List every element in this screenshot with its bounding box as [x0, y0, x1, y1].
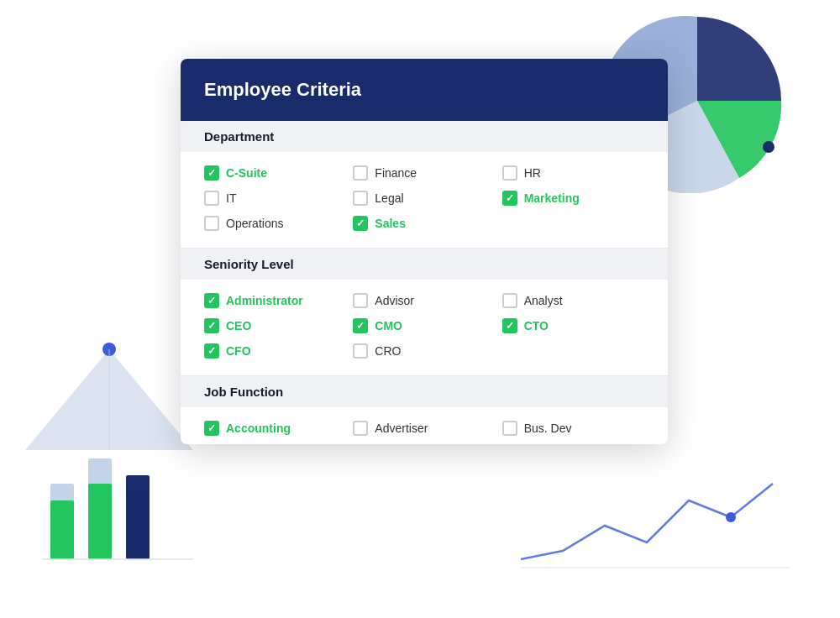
checkbox-cro[interactable]: CRO: [353, 343, 495, 359]
checkbox-csuite-label: C-Suite: [226, 166, 267, 180]
seniority-items: Administrator Advisor Analyst CEO CMO CT: [181, 280, 668, 375]
svg-rect-6: [88, 458, 112, 559]
checkbox-operations-box[interactable]: [204, 216, 219, 231]
bar-chart-decoration: [42, 425, 193, 576]
checkbox-advisor-box[interactable]: [353, 293, 368, 308]
checkbox-cmo[interactable]: CMO: [353, 318, 495, 333]
checkbox-ceo-box[interactable]: [204, 318, 219, 333]
svg-rect-5: [50, 500, 74, 559]
department-items: C-Suite Finance HR IT Legal Marketing: [181, 152, 668, 248]
checkbox-busdev[interactable]: Bus. Dev: [502, 421, 644, 436]
department-section-header: Department: [181, 121, 668, 152]
checkbox-cto[interactable]: CTO: [502, 318, 644, 333]
checkbox-advertiser-label: Advertiser: [375, 422, 428, 435]
checkbox-legal-label: Legal: [375, 191, 403, 205]
checkbox-busdev-box[interactable]: [502, 421, 517, 436]
checkbox-administrator-label: Administrator: [226, 294, 303, 307]
checkbox-it[interactable]: IT: [204, 191, 346, 206]
svg-rect-4: [50, 484, 74, 559]
checkbox-cro-box[interactable]: [353, 343, 368, 359]
svg-marker-1: [25, 349, 193, 450]
line-chart-decoration: [521, 442, 790, 593]
checkbox-legal-box[interactable]: [353, 191, 368, 206]
checkbox-csuite-box[interactable]: [204, 165, 219, 181]
svg-point-12: [726, 512, 736, 522]
checkbox-accounting[interactable]: Accounting: [204, 421, 346, 436]
checkbox-sales-box[interactable]: [353, 216, 368, 231]
employee-criteria-card: Employee Criteria Department C-Suite Fin…: [181, 59, 668, 444]
checkbox-hr-box[interactable]: [502, 165, 517, 181]
jobfunction-section: Job Function Accounting Advertiser Bus. …: [181, 376, 668, 444]
checkbox-hr[interactable]: HR: [502, 165, 644, 181]
checkbox-marketing-box[interactable]: [502, 191, 517, 206]
checkbox-marketing-label: Marketing: [524, 191, 580, 205]
checkbox-legal[interactable]: Legal: [353, 191, 495, 206]
checkbox-cfo-label: CFO: [226, 344, 251, 358]
checkbox-cfo-box[interactable]: [204, 343, 219, 359]
checkbox-cfo[interactable]: CFO: [204, 343, 346, 359]
checkbox-finance[interactable]: Finance: [353, 165, 495, 181]
checkbox-advisor[interactable]: Advisor: [353, 293, 495, 308]
checkbox-finance-box[interactable]: [353, 165, 368, 181]
checkbox-analyst-box[interactable]: [502, 293, 517, 308]
checkbox-operations[interactable]: Operations: [204, 216, 346, 231]
checkbox-cmo-label: CMO: [375, 319, 402, 333]
checkbox-administrator-box[interactable]: [204, 293, 219, 308]
checkbox-ceo-label: CEO: [226, 319, 251, 333]
checkbox-marketing[interactable]: Marketing: [502, 191, 644, 206]
checkbox-advertiser[interactable]: Advertiser: [353, 421, 495, 436]
checkbox-advisor-label: Advisor: [375, 294, 414, 307]
checkbox-operations-label: Operations: [226, 217, 283, 230]
checkbox-analyst[interactable]: Analyst: [502, 293, 644, 308]
svg-rect-7: [88, 484, 112, 559]
card-header: Employee Criteria: [181, 59, 668, 121]
checkbox-sales[interactable]: Sales: [353, 216, 495, 231]
checkbox-accounting-label: Accounting: [226, 422, 291, 435]
checkbox-finance-label: Finance: [375, 166, 417, 180]
checkbox-it-label: IT: [226, 191, 236, 205]
seniority-section-header: Seniority Level: [181, 249, 668, 280]
jobfunction-items: Accounting Advertiser Bus. Dev: [181, 407, 668, 444]
seniority-section: Seniority Level Administrator Advisor An…: [181, 249, 668, 375]
svg-point-2: [102, 343, 116, 356]
checkbox-sales-label: Sales: [375, 217, 406, 230]
checkbox-cro-label: CRO: [375, 344, 401, 358]
department-section: Department C-Suite Finance HR IT Lega: [181, 121, 668, 248]
svg-point-0: [763, 141, 774, 153]
mountain-decoration: [17, 333, 202, 568]
svg-rect-8: [126, 475, 150, 559]
svg-rect-9: [126, 492, 150, 559]
checkbox-accounting-box[interactable]: [204, 421, 219, 436]
jobfunction-section-header: Job Function: [181, 376, 668, 407]
checkbox-advertiser-box[interactable]: [353, 421, 368, 436]
checkbox-administrator[interactable]: Administrator: [204, 293, 346, 308]
checkbox-it-box[interactable]: [204, 191, 219, 206]
checkbox-cto-box[interactable]: [502, 318, 517, 333]
checkbox-ceo[interactable]: CEO: [204, 318, 346, 333]
checkbox-cmo-box[interactable]: [353, 318, 368, 333]
checkbox-csuite[interactable]: C-Suite: [204, 165, 346, 181]
checkbox-busdev-label: Bus. Dev: [524, 422, 572, 435]
checkbox-analyst-label: Analyst: [524, 294, 563, 307]
card-title: Employee Criteria: [204, 79, 644, 101]
checkbox-cto-label: CTO: [524, 319, 549, 333]
checkbox-hr-label: HR: [524, 166, 541, 180]
